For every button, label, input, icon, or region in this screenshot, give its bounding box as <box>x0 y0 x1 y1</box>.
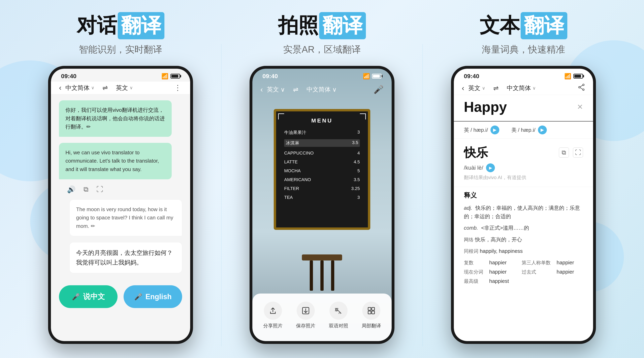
menu-price-6: 3.5 <box>354 177 360 182</box>
p3-pron-zh-play[interactable]: ▶ <box>486 163 495 172</box>
p3-lang-from-label: 英文 <box>468 84 480 92</box>
p1-lang-to-label: 英文 <box>116 84 128 92</box>
svg-rect-5 <box>368 311 371 314</box>
mic-icon-chinese: 🎤 <box>72 293 80 301</box>
participle-label: 现在分词 <box>464 269 483 275</box>
p2-back-button[interactable]: ‹ <box>260 85 263 94</box>
menu-title: MENU <box>284 117 360 124</box>
toolbar-region[interactable]: 局部翻译 <box>362 302 381 329</box>
chat-bubble-1: 你好，我们可以使用vivo翻译机进行交流，对着翻译机说话啊，他会自动将你说的话进… <box>59 100 172 137</box>
stool-leg-3 <box>331 261 334 291</box>
btn-chinese[interactable]: 🎤 说中文 <box>59 285 118 308</box>
p3-back-button[interactable]: ‹ <box>462 84 464 92</box>
p3-lang-to[interactable]: 中文简体 ∨ <box>507 84 536 92</box>
pron-en-play[interactable]: ▶ <box>490 125 499 134</box>
p1-lang-from[interactable]: 中文简体 ∨ <box>66 84 94 92</box>
pron-en: 英 / hæp.i/ ▶ <box>464 125 499 134</box>
panel3-subtitle: 海量词典，快速精准 <box>482 43 565 56</box>
wifi-icon-2: 📶 <box>363 73 370 80</box>
p1-expand-icon[interactable]: ⛶ <box>96 185 103 193</box>
svg-rect-3 <box>368 307 371 310</box>
mic-icon-english: 🎤 <box>134 293 142 301</box>
stool-legs <box>302 261 342 291</box>
p1-copy-icon[interactable]: ⧉ <box>84 185 88 194</box>
chat-text-2-zh: 今天的月亮很圆，去太空旅行如何？我觉得可以叫上我妈妈。 <box>76 249 173 266</box>
pron-us-play[interactable]: ▶ <box>538 125 547 134</box>
btn-english[interactable]: 🎤 English <box>124 285 182 308</box>
p3-source: 翻译结果由vivo AI，有道提供 <box>464 174 526 181</box>
p3-lang-to-label: 中文简体 <box>507 84 531 92</box>
panel1-title: 对话 翻译 <box>77 12 164 39</box>
stool <box>302 254 342 291</box>
p3-swap-icon[interactable]: ⇌ <box>493 84 499 92</box>
p1-volume-icon[interactable]: 🔊 <box>67 185 76 194</box>
p1-swap-icon[interactable]: ⇌ <box>102 84 108 92</box>
p1-chat-actions: 🔊 ⧉ ⛶ <box>59 185 182 194</box>
p3-expand-btn[interactable]: ⛶ <box>573 147 583 157</box>
svg-line-10 <box>580 85 582 87</box>
p2-mic-icon[interactable]: 🎤 <box>374 85 384 94</box>
menu-row-6: AMERICANO 3.5 <box>284 177 360 182</box>
save-icon <box>297 302 315 320</box>
phone-screen-3: 09:40 📶 ‹ 英文 ∨ ⇌ <box>454 69 593 341</box>
p2-lang-to[interactable]: 中文简体 ∨ <box>306 85 337 94</box>
p1-more-icon[interactable]: ⋮ <box>174 84 182 92</box>
phone-screen-1: 09:40 📶 ‹ 中文简体 ∨ ⇌ <box>51 69 190 341</box>
status-time-3: 09:40 <box>464 73 480 80</box>
p1-lang-to[interactable]: 英文 ∨ <box>116 84 133 92</box>
p3-lang-to-arrow: ∨ <box>532 86 536 91</box>
p1-lang-from-arrow: ∨ <box>91 85 94 90</box>
p3-share-icon[interactable] <box>578 84 585 93</box>
panel2-title-container: 拍照 翻译 <box>278 12 366 39</box>
def-text-3: 快乐，高兴的，开心 <box>475 237 522 243</box>
p3-close-icon[interactable]: ✕ <box>577 103 583 111</box>
toolbar-save[interactable]: 保存照片 <box>296 302 315 329</box>
def-row-4: 同根词 happily, happiness <box>464 247 583 255</box>
p1-back-button[interactable]: ‹ <box>59 84 62 92</box>
panel3-title-part2: 翻译 <box>521 12 567 39</box>
region-icon <box>362 302 380 320</box>
menu-price-3: 4 <box>358 150 360 156</box>
p2-lang-from-arrow: ∨ <box>280 86 285 93</box>
p1-chat-area: 你好，我们可以使用vivo翻译机进行交流，对着翻译机说话啊，他会自动将你说的话进… <box>51 94 190 279</box>
status-icons-3: 📶 <box>564 73 583 80</box>
menu-item-1: 牛油果果汁 <box>284 129 306 136</box>
p2-navbar: ‹ 英文 ∨ ⇌ 中文简体 ∨ 🎤 <box>252 83 392 96</box>
p1-lang-to-arrow: ∨ <box>130 85 133 90</box>
svg-rect-4 <box>372 307 374 310</box>
stool-leg-1 <box>310 261 313 291</box>
btn-chinese-label: 说中文 <box>83 292 105 302</box>
p1-lang-from-label: 中文简体 <box>66 84 90 92</box>
toolbar-bilingual[interactable]: 双 A 双语对照 <box>329 302 348 329</box>
p3-pronunciation: 英 / hæp.i/ ▶ 美 / hæp.i/ ▶ <box>454 121 593 139</box>
p3-copy-expand: ⧉ ⛶ <box>559 147 583 157</box>
status-icons-2: 📶 <box>363 73 382 80</box>
menu-row-1: 牛油果果汁 3 <box>284 129 360 136</box>
phone-mockup-3: 09:40 📶 ‹ 英文 ∨ ⇌ <box>451 66 596 344</box>
battery-icon-2 <box>372 74 382 79</box>
corner-tr <box>360 113 366 119</box>
chat-bubble-4: 今天的月亮很圆，去太空旅行如何？我觉得可以叫上我妈妈。 <box>70 242 182 273</box>
p3-inflections: 复数 happier 第三人称单数 happier 现在分词 happier 过… <box>464 259 583 284</box>
p3-lang-from[interactable]: 英文 ∨ <box>468 84 485 92</box>
btn-english-label: English <box>146 292 172 301</box>
menu-item-8: TEA <box>284 195 293 200</box>
toolbar-share[interactable]: 分享照片 <box>263 302 282 329</box>
p3-translation-block: 快乐 /kuài lè/ ▶ 翻译结果由vivo AI，有道提供 ⧉ ⛶ <box>454 139 593 187</box>
toolbar-region-label: 局部翻译 <box>362 322 381 329</box>
pron-us: 美 / hæp.i/ ▶ <box>512 125 547 134</box>
panel2-title-part1: 拍照 <box>278 12 318 39</box>
menu-row-7: FILTER 3.25 <box>284 186 360 191</box>
p3-copy-btn[interactable]: ⧉ <box>559 147 569 157</box>
def-type-1: adj. <box>464 205 472 211</box>
p3-pron-zh: /kuài lè/ ▶ <box>464 163 526 172</box>
def-label-4: 同根词 <box>464 248 478 254</box>
p2-swap-icon[interactable]: ⇌ <box>293 86 298 93</box>
plural-label: 复数 <box>464 259 483 266</box>
p2-lang-from[interactable]: 英文 ∨ <box>267 85 285 94</box>
chat-text-1-zh: 你好，我们可以使用vivo翻译机进行交流，对着翻译机说话啊，他会自动将你说的话进… <box>66 107 165 130</box>
panel2-title: 拍照 翻译 <box>278 12 366 39</box>
panel2-title-part2: 翻译 <box>319 12 366 39</box>
battery-icon-1 <box>170 74 180 79</box>
svg-text:双: 双 <box>335 308 339 312</box>
